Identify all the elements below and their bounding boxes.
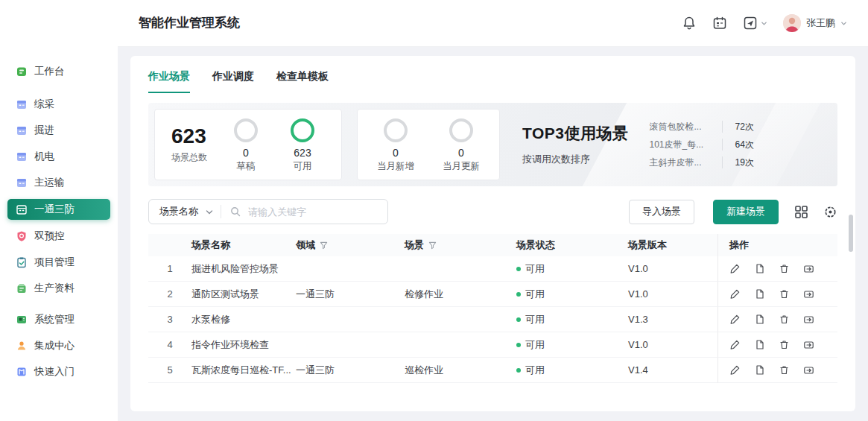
table-row[interactable]: 2 通防区测试场景 一通三防 检修作业 可用 V1.0: [148, 282, 837, 307]
table-row[interactable]: 3 水泵检修 可用 V1.3: [148, 307, 837, 332]
user-menu[interactable]: 张王鹏: [783, 14, 847, 32]
sidebar-item-shengchanziliao[interactable]: 生产资料: [7, 279, 110, 298]
top3-item-name: 101皮带_每...: [649, 139, 719, 151]
shield-icon: [16, 230, 28, 242]
copy-icon[interactable]: [754, 364, 765, 376]
edit-icon[interactable]: [729, 263, 741, 274]
ring-icon: [384, 118, 408, 142]
filter-icon[interactable]: [320, 241, 328, 250]
tab-bar: 作业场景 作业调度 检查单模板: [148, 56, 837, 93]
share-icon[interactable]: [803, 364, 814, 376]
stat-value: 0: [243, 148, 249, 158]
header-name: 场景名称: [191, 234, 296, 256]
status-text: 可用: [525, 313, 545, 326]
share-icon[interactable]: [803, 288, 814, 300]
row-scene: [405, 332, 516, 358]
row-status: 可用: [516, 332, 628, 358]
stat-value: 0: [458, 148, 464, 158]
stat-value: 0: [393, 148, 399, 158]
sidebar-item-zhuyunshu[interactable]: 主运输: [7, 173, 110, 192]
page-title: 智能作业管理系统: [139, 0, 240, 46]
delete-icon[interactable]: [779, 339, 790, 350]
sidebar-item-jichengzhongxin[interactable]: 集成中心: [7, 336, 110, 355]
search-input[interactable]: [247, 206, 387, 218]
row-version: V1.0: [628, 256, 717, 282]
ring-icon: [234, 118, 258, 142]
edit-icon[interactable]: [729, 339, 741, 350]
app-root: 工作台 综采 掘进 机电 主运输 一通三防: [0, 0, 868, 421]
search-control: 场景名称: [148, 199, 388, 224]
share-icon[interactable]: [803, 263, 814, 274]
tab-zuoye-changjing[interactable]: 作业场景: [148, 70, 190, 93]
delete-icon[interactable]: [779, 314, 790, 325]
tab-jianchadan-moban[interactable]: 检查单模板: [276, 70, 329, 93]
row-name: 指令作业环境检查: [191, 332, 296, 358]
sidebar-menu: 工作台 综采 掘进 机电 主运输 一通三防: [0, 0, 118, 382]
share-icon[interactable]: [803, 314, 814, 325]
sidebar-item-shuangyukong[interactable]: 双预控: [7, 227, 110, 246]
sidebar-item-xitongguanli[interactable]: 系统管理: [7, 310, 110, 329]
table-row[interactable]: 4 指令作业环境检查 可用 V1.0: [148, 332, 837, 358]
header-domain: 领域: [296, 234, 405, 256]
chevron-down-icon[interactable]: [206, 209, 213, 216]
create-scene-button[interactable]: 新建场景: [713, 200, 779, 224]
sidebar-item-zongcai[interactable]: 综采: [7, 95, 110, 114]
ring-group: 0 草稿 623 可用: [234, 118, 314, 171]
production-icon: [16, 282, 28, 294]
send-menu[interactable]: [743, 16, 767, 31]
delete-icon[interactable]: [779, 288, 790, 300]
table-row[interactable]: 1 掘进机风险管控场景 可用 V1.0: [148, 256, 837, 282]
table-row[interactable]: 5 瓦斯浓度每日巡检-TF... 一通三防 巡检作业 可用 V1.4: [148, 358, 837, 383]
ring-icon: [449, 118, 473, 142]
row-version: V1.0: [628, 332, 717, 358]
row-status: 可用: [516, 307, 628, 332]
row-domain: [296, 332, 405, 358]
import-scene-button[interactable]: 导入场景: [629, 200, 694, 224]
delete-icon[interactable]: [779, 263, 790, 274]
vertical-scrollbar[interactable]: [849, 215, 853, 252]
bell-icon[interactable]: [682, 16, 697, 31]
sidebar: 工作台 综采 掘进 机电 主运输 一通三防: [0, 0, 118, 421]
table-header-row: 场景名称 领域 场景 场景状态 场景版本 操作: [148, 234, 837, 256]
edit-icon[interactable]: [729, 364, 741, 376]
calendar-icon[interactable]: [712, 16, 727, 31]
sidebar-item-xiangmuguanli[interactable]: 项目管理: [7, 253, 110, 272]
status-text: 可用: [525, 262, 545, 276]
sidebar-item-kuaisurumen[interactable]: 快速入门: [7, 362, 110, 382]
sidebar-item-label: 综采: [34, 98, 54, 111]
edit-icon[interactable]: [729, 314, 741, 325]
stat-card-month: 0 当月新增 0 当月更新: [357, 109, 500, 180]
row-scene: 巡检作业: [405, 358, 516, 383]
search-field-select[interactable]: 场景名称: [149, 205, 198, 218]
edit-icon[interactable]: [729, 288, 741, 300]
sidebar-item-label: 生产资料: [34, 282, 75, 295]
filter-icon[interactable]: [428, 241, 437, 250]
row-status: 可用: [516, 282, 628, 307]
sidebar-item-jidian[interactable]: 机电: [7, 147, 110, 166]
sidebar-item-yitongsanfang[interactable]: 一通三防: [7, 199, 110, 220]
grid-view-icon[interactable]: [794, 205, 808, 219]
settings-gear-icon[interactable]: [823, 205, 837, 219]
status-dot: [516, 292, 521, 297]
quickstart-icon: [16, 366, 28, 378]
total-block: 623 场景总数: [171, 126, 207, 164]
top3-title: TOP3使用场景: [522, 123, 628, 144]
total-scenes-value: 623: [171, 126, 207, 147]
delete-icon[interactable]: [779, 364, 790, 376]
sidebar-item-workbench[interactable]: 工作台: [7, 62, 110, 81]
ring-icon: [291, 118, 314, 142]
stat-label: 当月新增: [377, 162, 414, 171]
copy-icon[interactable]: [754, 263, 765, 274]
stat-label: 当月更新: [443, 162, 480, 171]
copy-icon[interactable]: [754, 339, 765, 350]
row-name: 通防区测试场景: [191, 282, 296, 307]
row-scene: 检修作业: [405, 282, 516, 307]
module-calendar-icon: [16, 98, 28, 110]
copy-icon[interactable]: [754, 288, 765, 300]
sidebar-item-juejin[interactable]: 掘进: [7, 121, 110, 140]
share-icon[interactable]: [803, 339, 814, 350]
copy-icon[interactable]: [754, 314, 765, 325]
tab-zuoye-diaodu[interactable]: 作业调度: [212, 70, 254, 93]
row-actions: [717, 307, 837, 332]
stats-banner: 623 场景总数 0 草稿 623 可用: [148, 103, 837, 186]
